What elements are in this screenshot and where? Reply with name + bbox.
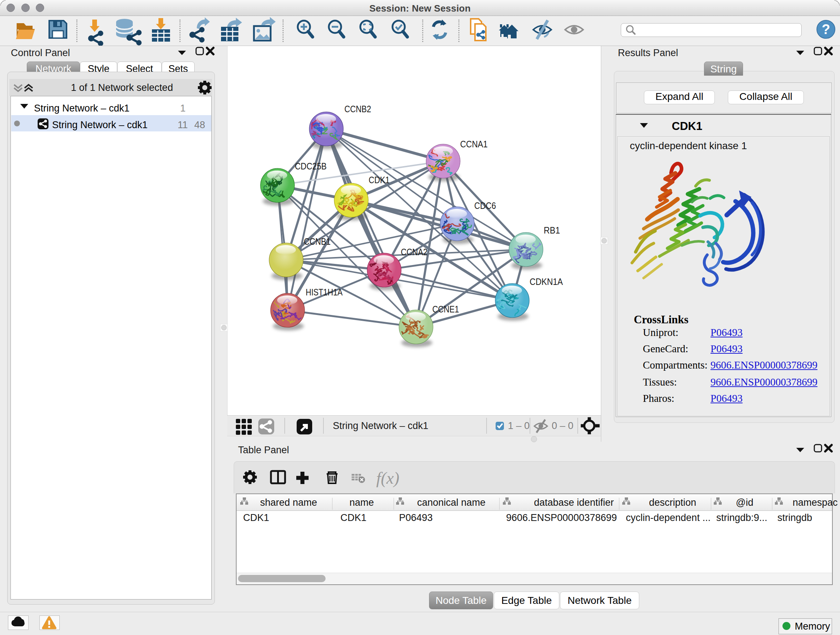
svg-text:CDK1: CDK1 <box>369 175 390 185</box>
svg-text:CDKN1A: CDKN1A <box>530 277 563 287</box>
svg-text:CDC6: CDC6 <box>474 201 496 211</box>
svg-text:RB1: RB1 <box>544 225 560 235</box>
svg-text:?: ? <box>821 22 830 37</box>
svg-text:CDC25B: CDC25B <box>295 161 327 171</box>
svg-text:CCNE1: CCNE1 <box>432 304 459 314</box>
svg-text:HIST1H1A: HIST1H1A <box>306 287 343 297</box>
svg-text:CCNA1: CCNA1 <box>460 139 488 149</box>
svg-text:CCNB2: CCNB2 <box>344 104 371 114</box>
svg-text:CCNA2: CCNA2 <box>401 247 428 257</box>
svg-text:CCNB1: CCNB1 <box>304 236 331 247</box>
